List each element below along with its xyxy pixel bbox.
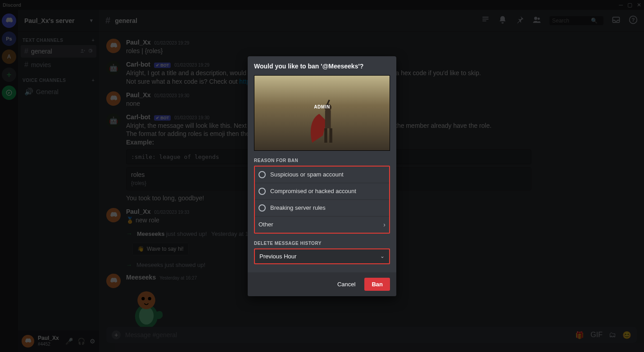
- delete-history-select[interactable]: Previous Hour ⌄: [255, 249, 389, 263]
- modal-backdrop[interactable]: Would you like to ban '@Meeseeks'? ADMIN…: [0, 0, 644, 352]
- svg-rect-17: [324, 128, 327, 143]
- chevron-right-icon: ›: [383, 221, 385, 228]
- ban-button[interactable]: Ban: [364, 278, 390, 291]
- reason-label: REASON FOR BAN: [254, 158, 390, 163]
- admin-label: ADMIN: [314, 104, 330, 109]
- delete-history-highlight: Previous Hour ⌄: [254, 248, 390, 264]
- reason-list-highlight: Suspicious or spam account Compromised o…: [254, 166, 390, 234]
- svg-rect-18: [329, 128, 332, 143]
- reason-option-other[interactable]: Other ›: [255, 217, 389, 233]
- modal-footer: Cancel Ban: [248, 272, 396, 296]
- ban-modal: Would you like to ban '@Meeseeks'? ADMIN…: [248, 56, 396, 296]
- delete-history-label: DELETE MESSAGE HISTORY: [254, 241, 390, 246]
- chevron-down-icon: ⌄: [380, 253, 385, 259]
- radio-icon: [259, 204, 266, 212]
- reason-option-suspicious[interactable]: Suspicious or spam account: [255, 167, 389, 183]
- radio-icon: [259, 171, 266, 178]
- ban-image: ADMIN: [254, 75, 390, 151]
- svg-rect-14: [325, 110, 331, 128]
- reason-option-breaking-rules[interactable]: Breaking server rules: [255, 200, 389, 217]
- radio-icon: [259, 188, 266, 195]
- modal-title: Would you like to ban '@Meeseeks'?: [254, 63, 390, 70]
- reason-option-compromised[interactable]: Compromised or hacked account: [255, 183, 389, 200]
- cancel-button[interactable]: Cancel: [334, 278, 359, 290]
